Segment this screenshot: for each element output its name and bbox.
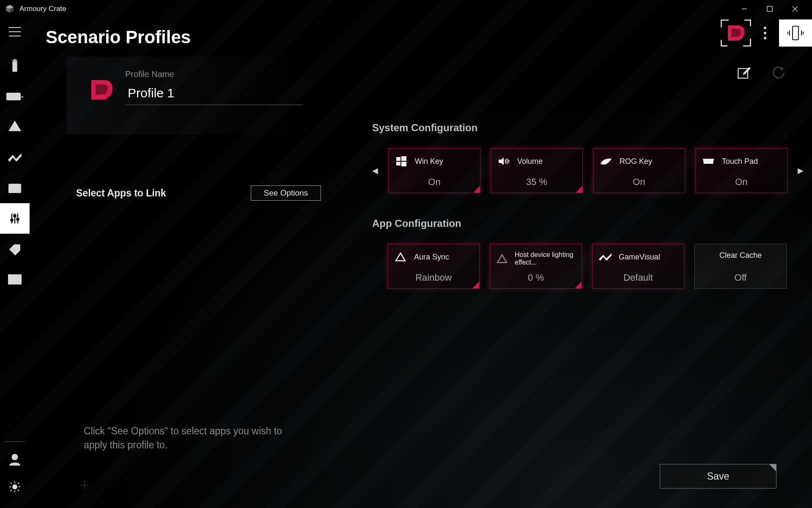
- profile-editor: Profile Name: [67, 57, 325, 135]
- sidebar-item-scenario-profiles[interactable]: [0, 203, 30, 234]
- sidebar-item-settings[interactable]: [0, 473, 30, 500]
- touchpad-icon: [702, 155, 715, 167]
- aura-icon: [394, 251, 407, 263]
- window-minimize-button[interactable]: [732, 0, 757, 18]
- system-config-title: System Configuration: [372, 122, 787, 134]
- svg-rect-48: [396, 162, 401, 166]
- sidebar-item-account[interactable]: [0, 446, 30, 473]
- scroll-right-icon[interactable]: ▶: [798, 162, 804, 179]
- sidebar-item-deals[interactable]: [0, 234, 30, 264]
- svg-point-30: [12, 454, 18, 460]
- volume-icon: [497, 155, 510, 167]
- save-button[interactable]: Save: [660, 464, 776, 489]
- card-touch-pad[interactable]: Touch Pad On: [695, 148, 787, 193]
- sidebar-item-library[interactable]: [0, 173, 30, 203]
- window-close-button[interactable]: [782, 0, 808, 18]
- sidebar-item-aura[interactable]: [0, 112, 30, 142]
- svg-line-37: [18, 490, 19, 491]
- aura-outline-icon: [496, 253, 508, 265]
- svg-point-13: [14, 96, 15, 97]
- card-aura-sync[interactable]: Aura Sync Rainbow: [387, 244, 480, 289]
- profile-name-label: Profile Name: [125, 69, 303, 79]
- svg-point-23: [16, 218, 19, 221]
- svg-point-14: [16, 96, 18, 97]
- svg-rect-46: [396, 157, 401, 161]
- sidebar-item-news[interactable]: [0, 264, 30, 295]
- window-maximize-button[interactable]: [757, 0, 782, 18]
- svg-point-31: [13, 485, 17, 489]
- card-rog-key[interactable]: ROG Key On: [593, 148, 685, 193]
- svg-point-11: [9, 96, 10, 97]
- page-title: Scenario Profiles: [46, 27, 796, 47]
- card-clear-cache[interactable]: Clear Cache Off: [694, 244, 787, 289]
- sidebar-item-gamevisual[interactable]: [0, 142, 30, 173]
- svg-rect-47: [401, 156, 406, 161]
- svg-rect-49: [401, 162, 406, 166]
- hamburger-menu-icon[interactable]: [9, 27, 21, 36]
- gamevisual-icon: [598, 251, 612, 263]
- svg-rect-4: [767, 6, 772, 11]
- titlebar: Armoury Crate: [0, 0, 812, 18]
- app-title: Armoury Crate: [19, 5, 66, 13]
- see-options-button[interactable]: See Options: [251, 185, 321, 201]
- svg-rect-7: [13, 62, 16, 72]
- profile-logo-icon: [88, 78, 115, 102]
- svg-point-12: [11, 96, 13, 97]
- windows-icon: [395, 155, 408, 167]
- select-apps-label: Select Apps to Link: [76, 188, 166, 199]
- card-win-key[interactable]: Win Key On: [388, 148, 480, 193]
- app-icon: [4, 3, 15, 14]
- svg-point-24: [16, 246, 18, 248]
- svg-line-39: [18, 483, 19, 484]
- svg-rect-26: [10, 276, 14, 280]
- sidebar-item-home[interactable]: [0, 51, 30, 81]
- sidebar-item-keyboard[interactable]: [0, 81, 30, 112]
- svg-line-38: [11, 490, 12, 491]
- app-config-title: App Configuration: [372, 218, 787, 229]
- svg-point-21: [11, 219, 14, 222]
- card-gamevisual[interactable]: GameVisual Default: [592, 244, 684, 289]
- card-volume[interactable]: Volume 35 %: [491, 148, 583, 193]
- rog-icon: [599, 155, 613, 167]
- scroll-left-icon[interactable]: ◀: [372, 162, 378, 179]
- crosshair-marker: [80, 481, 89, 489]
- profile-name-input[interactable]: [125, 85, 303, 105]
- card-host-lighting[interactable]: Host device lighting effect... 0 %: [490, 244, 582, 289]
- svg-line-36: [11, 483, 12, 484]
- helper-text: Click "See Options" to select apps you w…: [84, 424, 304, 453]
- svg-point-22: [14, 215, 16, 218]
- sidebar: [0, 18, 30, 508]
